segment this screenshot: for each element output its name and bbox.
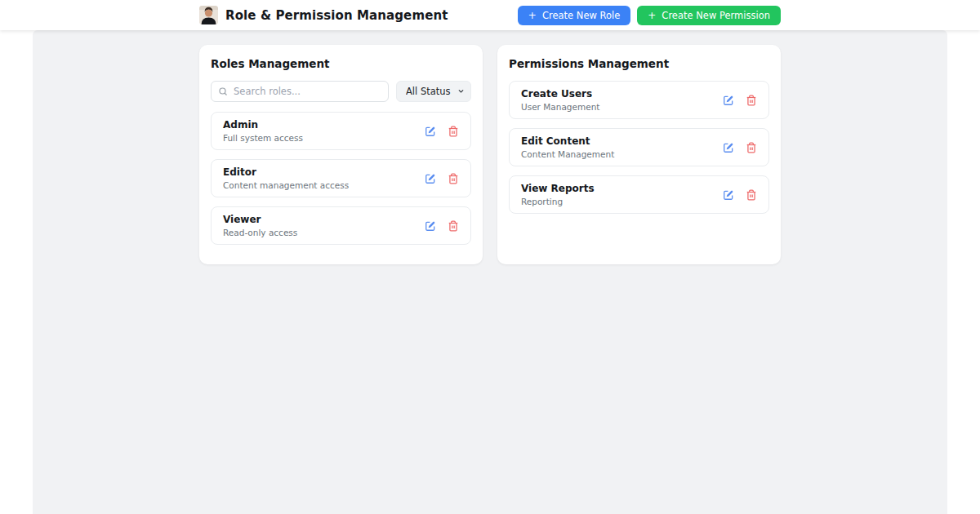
permission-name: Edit Content [521,135,614,147]
edit-icon [723,189,734,201]
create-new-permission-button[interactable]: + Create New Permission [637,6,781,25]
trash-icon [746,189,757,201]
status-filter-select[interactable]: All Status [396,81,471,102]
delete-permission-button[interactable] [746,142,757,153]
edit-icon [723,95,734,106]
permission-category: Reporting [521,197,595,206]
edit-icon [425,173,436,184]
delete-permission-button[interactable] [746,95,757,106]
role-item-editor: Editor Content management access [211,159,471,197]
permission-item-create-users: Create Users User Management [509,81,769,119]
delete-role-button[interactable] [448,173,459,184]
create-new-permission-label: Create New Permission [662,10,770,21]
permissions-management-card: Permissions Management Create Users User… [497,45,781,264]
edit-icon [425,126,436,137]
delete-role-button[interactable] [448,220,459,232]
role-description: Full system access [223,133,303,143]
create-new-role-button[interactable]: + Create New Role [518,6,630,25]
edit-icon [723,142,734,153]
search-icon [218,86,228,96]
roles-list: Admin Full system access [211,112,471,245]
role-name: Viewer [223,214,297,225]
main-content-panel: Roles Management All Status [33,30,947,514]
page-title: Role & Permission Management [225,8,448,23]
search-roles-input[interactable] [211,81,389,102]
permission-category: Content Management [521,149,614,159]
permission-category: User Management [521,102,599,112]
role-description: Read-only access [223,228,297,237]
trash-icon [746,142,757,153]
plus-icon: + [528,11,537,20]
avatar-image [199,6,218,24]
trash-icon [448,173,459,184]
role-description: Content management access [223,180,349,190]
plus-icon: + [648,11,656,20]
user-avatar [199,6,218,24]
edit-role-button[interactable] [425,126,436,137]
edit-permission-button[interactable] [723,142,734,153]
roles-management-card: Roles Management All Status [199,45,483,264]
permissions-card-title: Permissions Management [509,57,769,70]
trash-icon [448,220,459,232]
edit-role-button[interactable] [425,173,436,184]
role-name: Editor [223,166,349,178]
permission-name: Create Users [521,88,599,100]
trash-icon [448,126,459,137]
edit-role-button[interactable] [425,220,436,232]
edit-permission-button[interactable] [723,189,734,201]
delete-role-button[interactable] [448,126,459,137]
delete-permission-button[interactable] [746,189,757,201]
create-new-role-label: Create New Role [542,10,620,21]
permission-name: View Reports [521,183,595,194]
edit-permission-button[interactable] [723,95,734,106]
edit-icon [425,220,436,232]
role-item-admin: Admin Full system access [211,112,471,150]
roles-card-title: Roles Management [211,57,471,70]
role-name: Admin [223,119,303,131]
role-item-viewer: Viewer Read-only access [211,206,471,245]
permissions-list: Create Users User Management [509,81,769,214]
trash-icon [746,95,757,106]
permission-item-edit-content: Edit Content Content Management [509,128,769,166]
permission-item-view-reports: View Reports Reporting [509,175,769,214]
app-header: Role & Permission Management + Create Ne… [0,0,980,30]
